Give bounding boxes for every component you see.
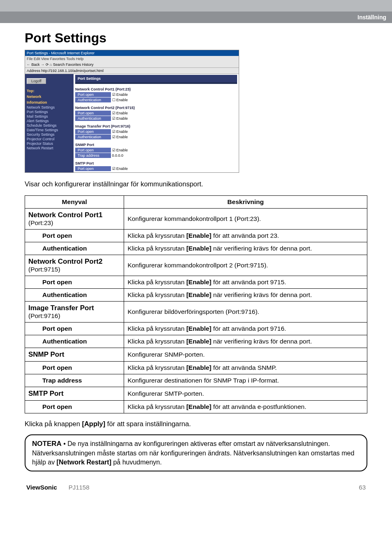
desc-post: för att använda port 9716. <box>212 325 286 332</box>
section-cell: SNMP Port <box>25 348 124 362</box>
nav-link[interactable]: Projector Status <box>27 142 72 146</box>
table-row: AuthenticationKlicka på kryssrutan [Enab… <box>25 242 367 255</box>
nav-link[interactable]: Schedule Settings <box>27 123 72 128</box>
nav-link[interactable]: Network Settings <box>27 105 72 109</box>
port-row-label: Authentication <box>75 97 111 102</box>
table-row: Network Control Port1(Port:23)Konfigurer… <box>25 209 367 230</box>
port-row-value[interactable]: ☑ Enable <box>111 130 128 134</box>
section-header: Inställning <box>0 12 392 23</box>
port-row-value[interactable]: ☑ Enable <box>111 148 128 152</box>
desc-cell: Klicka på kryssrutan [Enable] för att an… <box>124 401 367 413</box>
nav-link[interactable]: Projector Control <box>27 137 72 141</box>
nav-link[interactable]: Mail Settings <box>27 114 72 118</box>
port-row-value[interactable]: ☑ Enable <box>111 167 128 171</box>
table-row: AuthenticationKlicka på kryssrutan [Enab… <box>25 335 367 348</box>
table-row: Port openKlicka på kryssrutan [Enable] f… <box>25 401 367 413</box>
logoff-button[interactable]: Logoff <box>27 78 46 84</box>
desc-bold: [Enable] <box>186 403 211 410</box>
table-row: Port openKlicka på kryssrutan [Enable] f… <box>25 276 367 289</box>
port-row-label: Port open <box>75 129 111 134</box>
sub-label: Port open <box>42 232 72 239</box>
port-row-value[interactable]: ☐ Enable <box>111 98 128 102</box>
port-row: Authentication ☑ Enable <box>75 116 237 121</box>
desc-cell: Konfigurerar kommandokontrollport 2 (Por… <box>124 255 367 276</box>
port-row-label: Port open <box>75 92 111 97</box>
sub-label: Trap address <box>42 377 82 384</box>
desc-bold: [Enable] <box>186 232 211 239</box>
conclusion-post: för att spara inställningarna. <box>105 420 191 427</box>
footer-pagenum: 63 <box>359 484 366 491</box>
desc-post: när verifiering krävs för denna port. <box>212 291 312 298</box>
section-label-line1: SMTP Port <box>28 390 120 398</box>
port-row-label: Port open <box>75 166 111 171</box>
desc-bold: [Enable] <box>186 278 211 285</box>
table-row: SNMP PortKonfigurerar SNMP-porten. <box>25 348 367 362</box>
note-body-bold: [Network Restart] <box>57 459 111 466</box>
desc-pre: Klicka på kryssrutan <box>127 232 186 239</box>
nav-heading-information: Information <box>27 100 72 104</box>
nav-heading-top: Top: <box>27 89 72 93</box>
desc-cell: Klicka på kryssrutan [Enable] för att an… <box>124 276 367 289</box>
desc-pre: Klicka på kryssrutan <box>127 364 186 371</box>
desc-cell: Klicka på kryssrutan [Enable] när verifi… <box>124 289 367 302</box>
section-cell: Image Transfer Port(Port:9716) <box>25 302 124 323</box>
indent-cell <box>25 401 39 413</box>
port-row: Port open ☑ Enable <box>75 92 237 97</box>
table-row: Network Control Port2(Port:9715)Konfigur… <box>25 255 367 276</box>
port-group-heading: SMTP Port <box>75 161 237 165</box>
settings-table: Menyval Beskrivning Network Control Port… <box>25 195 367 413</box>
conclusion-text: Klicka på knappen [Apply] för att spara … <box>25 420 367 428</box>
sub-label-cell: Authentication <box>39 242 124 255</box>
section-cell: Network Control Port2(Port:9715) <box>25 255 124 276</box>
nav-link[interactable]: Network Restart <box>27 146 72 150</box>
port-row-value[interactable]: 0.0.0.0 <box>111 153 123 158</box>
sub-label-cell: Port open <box>39 323 124 335</box>
nav-link[interactable]: Security Settings <box>27 132 72 137</box>
table-row: Image Transfer Port(Port:9716)Konfigurer… <box>25 302 367 323</box>
note-prefix: NOTERA <box>32 440 62 448</box>
port-row-value[interactable]: ☑ Enable <box>111 135 128 139</box>
desc-cell: Konfigurerar SMTP-porten. <box>124 387 367 401</box>
indent-cell <box>25 374 39 387</box>
ie-titlebar: Port Settings - Microsoft Internet Explo… <box>25 50 239 56</box>
table-row: Port openKlicka på kryssrutan [Enable] f… <box>25 230 367 242</box>
sub-label-cell: Port open <box>39 276 124 289</box>
desc-cell: Konfigurerar destinationen för SNMP Trap… <box>124 374 367 387</box>
page-title: Port Settings <box>25 30 367 46</box>
sub-label-cell: Port open <box>39 362 124 374</box>
desc-pre: Klicka på kryssrutan <box>127 325 186 332</box>
nav-link[interactable]: Port Settings <box>27 110 72 114</box>
desc-pre: Klicka på kryssrutan <box>127 245 186 252</box>
desc-pre: Konfigurerar destinationen för SNMP Trap… <box>127 377 279 384</box>
port-row-label: Trap address <box>75 153 111 158</box>
sub-label: Port open <box>42 325 72 332</box>
indent-cell <box>25 289 39 302</box>
nav-link[interactable]: Date/Time Settings <box>27 128 72 132</box>
sub-label: Port open <box>42 364 72 371</box>
sub-label-cell: Port open <box>39 230 124 242</box>
intro-text: Visar och konfigurerar inställningar för… <box>25 180 367 188</box>
note-box: NOTERA • De nya inställningarna av konfi… <box>25 434 367 471</box>
port-row: Port open ☑ Enable <box>75 129 237 134</box>
indent-cell <box>25 335 39 348</box>
top-band <box>0 0 392 12</box>
sub-label-cell: Port open <box>39 401 124 413</box>
desc-cell: Klicka på kryssrutan [Enable] för att an… <box>124 230 367 242</box>
nav-heading-network: Network <box>27 95 72 99</box>
desc-cell: Klicka på kryssrutan [Enable] när verifi… <box>124 242 367 255</box>
nav-link[interactable]: Alert Settings <box>27 119 72 123</box>
port-row-value[interactable]: ☑ Enable <box>111 116 128 121</box>
indent-cell <box>25 242 39 255</box>
sub-label-cell: Trap address <box>39 374 124 387</box>
indent-cell <box>25 362 39 374</box>
apply-label: [Apply] <box>82 420 105 427</box>
port-row-label: Authentication <box>75 116 111 121</box>
table-row: Port openKlicka på kryssrutan [Enable] f… <box>25 362 367 374</box>
port-row-value[interactable]: ☑ Enable <box>111 93 128 97</box>
port-row: Authentication ☑ Enable <box>75 135 237 139</box>
port-row-value[interactable]: ☑ Enable <box>111 111 128 115</box>
desc-pre: Klicka på kryssrutan <box>127 278 186 285</box>
desc-post: när verifiering krävs för denna port. <box>212 245 312 252</box>
page-content: Port Settings Port Settings - Microsoft … <box>0 30 392 503</box>
ie-menubar: File Edit View Favorites Tools Help <box>25 56 239 62</box>
